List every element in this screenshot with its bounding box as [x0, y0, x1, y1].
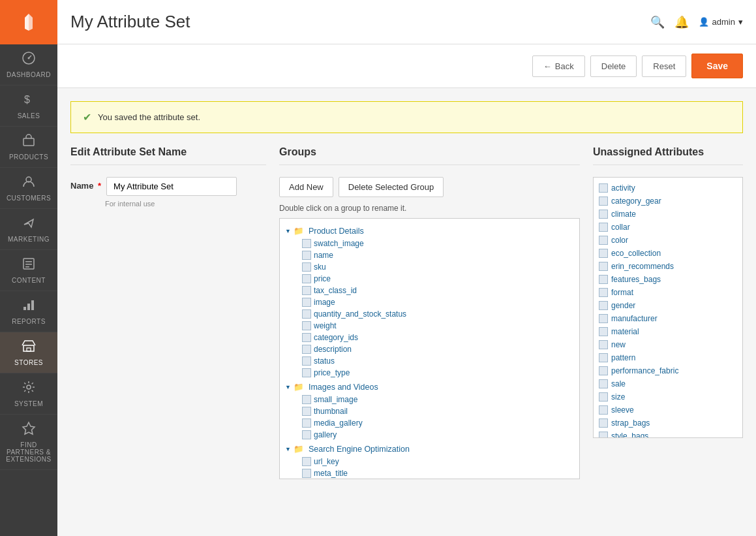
tree-item-label: status — [314, 356, 335, 366]
sidebar-item-reports[interactable]: REPORTS — [0, 291, 57, 332]
tree-item[interactable]: weight — [282, 320, 577, 332]
search-icon[interactable]: 🔍 — [650, 15, 665, 29]
tree-group-header[interactable]: ▼📁Images and Videos — [282, 380, 577, 394]
unassigned-item[interactable]: features_bags — [596, 273, 740, 286]
unassigned-item[interactable]: collar — [596, 221, 740, 234]
groups-tree[interactable]: ▼📁Product Detailsswatch_imagenameskupric… — [279, 218, 580, 479]
tree-item[interactable]: status — [282, 355, 577, 367]
tree-item[interactable]: url_key — [282, 456, 577, 467]
svg-rect-6 — [23, 138, 34, 146]
tree-item[interactable]: price — [282, 273, 577, 285]
unassigned-list[interactable]: activitycategory_gearclimatecollarcolore… — [593, 177, 743, 438]
unassigned-item[interactable]: strap_bags — [596, 417, 740, 430]
svg-marker-18 — [23, 422, 35, 434]
sidebar-item-products[interactable]: PRODUCTS — [0, 127, 57, 168]
unassigned-item[interactable]: size — [596, 390, 740, 403]
unassigned-item[interactable]: eco_collection — [596, 247, 740, 260]
drag-icon — [302, 368, 311, 377]
drag-icon — [302, 395, 311, 404]
delete-button[interactable]: Delete — [590, 55, 637, 77]
unassigned-item[interactable]: format — [596, 286, 740, 299]
sales-icon: $ — [22, 92, 36, 110]
page-title: My Attribute Set — [70, 12, 190, 32]
toggle-icon: ▼ — [285, 384, 291, 390]
unassigned-item-label: features_bags — [611, 275, 661, 284]
delete-selected-group-button[interactable]: Delete Selected Group — [339, 177, 444, 197]
unassigned-item[interactable]: performance_fabric — [596, 364, 740, 377]
unassigned-title: Unassigned Attributes — [593, 146, 743, 165]
tree-item[interactable]: category_ids — [282, 332, 577, 343]
unassigned-item[interactable]: erin_recommends — [596, 260, 740, 273]
tree-item[interactable]: image — [282, 296, 577, 308]
unassigned-item[interactable]: sleeve — [596, 403, 740, 417]
toggle-icon: ▼ — [285, 446, 291, 452]
unassigned-item[interactable]: activity — [596, 181, 740, 195]
unassigned-item[interactable]: sale — [596, 377, 740, 390]
tree-item[interactable]: quantity_and_stock_status — [282, 308, 577, 320]
content-icon — [22, 257, 36, 274]
save-button[interactable]: Save — [691, 54, 743, 78]
drag-icon — [599, 236, 608, 245]
tree-item[interactable]: sku — [282, 261, 577, 273]
sidebar-item-customers[interactable]: CUSTOMERS — [0, 168, 57, 209]
success-text: You saved the attribute set. — [98, 112, 200, 122]
attribute-set-name-input[interactable] — [106, 177, 237, 196]
sidebar-item-dashboard[interactable]: DASHBOARD — [0, 44, 57, 86]
back-button[interactable]: ← Back — [532, 55, 585, 77]
unassigned-item-label: material — [611, 327, 639, 336]
tree-item[interactable]: thumbnail — [282, 405, 577, 417]
sidebar-label-reports: REPORTS — [12, 318, 46, 325]
tree-group-header[interactable]: ▼📁Search Engine Optimization — [282, 442, 577, 456]
unassigned-item-label: style_bags — [611, 432, 648, 438]
tree-item[interactable]: gallery — [282, 429, 577, 441]
tree-item-label: name — [314, 251, 333, 260]
unassigned-item[interactable]: color — [596, 234, 740, 247]
unassigned-item[interactable]: climate — [596, 208, 740, 221]
unassigned-item[interactable]: pattern — [596, 351, 740, 364]
sidebar-item-sales[interactable]: $SALES — [0, 86, 57, 127]
tree-item[interactable]: media_gallery — [282, 417, 577, 429]
svg-rect-13 — [27, 304, 30, 310]
sidebar-item-content[interactable]: CONTENT — [0, 250, 57, 291]
sidebar-item-system[interactable]: SYSTEM — [0, 373, 57, 415]
checkmark-icon: ✔ — [83, 111, 91, 123]
sidebar-item-stores[interactable]: STORES — [0, 332, 57, 373]
tree-item[interactable]: swatch_image — [282, 238, 577, 249]
unassigned-item[interactable]: category_gear — [596, 195, 740, 208]
unassigned-item[interactable]: manufacturer — [596, 312, 740, 325]
drag-icon — [302, 407, 311, 416]
unassigned-item[interactable]: material — [596, 325, 740, 338]
unassigned-item[interactable]: gender — [596, 299, 740, 312]
unassigned-item[interactable]: style_bags — [596, 430, 740, 438]
tree-item[interactable]: description — [282, 343, 577, 355]
notifications-icon[interactable]: 🔔 — [674, 15, 689, 29]
tree-item[interactable]: name — [282, 249, 577, 261]
sidebar-item-partners[interactable]: FIND PARTNERS & EXTENSIONS — [0, 415, 57, 470]
tree-group-header[interactable]: ▼📁Product Details — [282, 224, 577, 238]
reports-icon — [22, 298, 36, 315]
drag-icon — [599, 262, 608, 271]
svg-rect-11 — [25, 266, 29, 268]
admin-user-menu[interactable]: 👤 admin ▾ — [699, 17, 743, 27]
add-new-group-button[interactable]: Add New — [279, 177, 333, 197]
svg-point-17 — [27, 385, 31, 389]
drag-icon — [599, 353, 608, 362]
unassigned-item-label: gender — [611, 301, 635, 310]
sidebar-label-stores: STORES — [14, 359, 43, 366]
sidebar-item-marketing[interactable]: MARKETING — [0, 209, 57, 250]
tree-item[interactable]: tax_class_id — [282, 285, 577, 296]
folder-icon: 📁 — [294, 226, 304, 236]
tree-item[interactable]: small_image — [282, 394, 577, 405]
drag-icon — [599, 223, 608, 232]
tree-item[interactable]: meta_title — [282, 467, 577, 479]
group-name: Images and Videos — [309, 383, 378, 392]
tree-item[interactable]: price_type — [282, 367, 577, 379]
sidebar-label-partners: FIND PARTNERS & EXTENSIONS — [3, 441, 54, 463]
svg-point-4 — [28, 57, 30, 59]
unassigned-item-label: sleeve — [611, 405, 634, 415]
reset-button[interactable]: Reset — [642, 55, 686, 77]
logo[interactable] — [0, 0, 57, 44]
unassigned-item[interactable]: new — [596, 338, 740, 351]
drag-icon — [302, 321, 311, 330]
unassigned-item-label: strap_bags — [611, 418, 650, 428]
